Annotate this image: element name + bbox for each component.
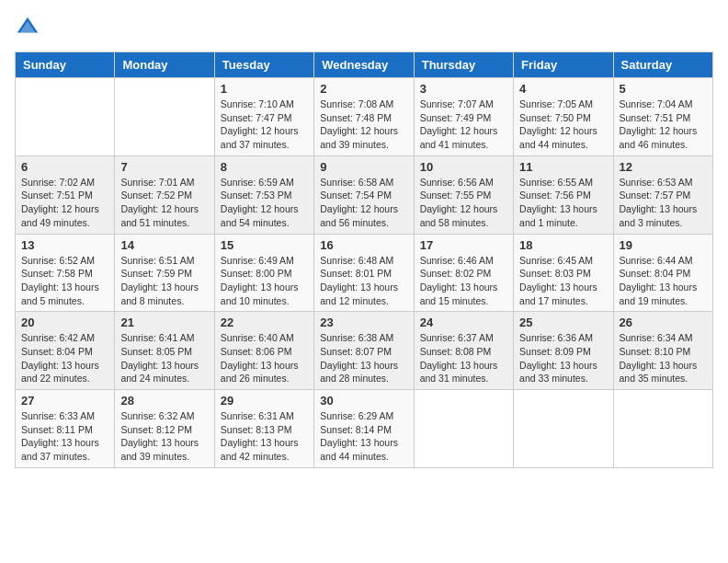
day-info: Sunrise: 6:55 AM Sunset: 7:56 PM Dayligh… (519, 176, 607, 230)
day-number: 11 (519, 160, 607, 174)
calendar-day-cell: 21Sunrise: 6:41 AM Sunset: 8:05 PM Dayli… (115, 312, 214, 390)
calendar-day-cell: 4Sunrise: 7:05 AM Sunset: 7:50 PM Daylig… (514, 78, 613, 156)
day-info: Sunrise: 6:46 AM Sunset: 8:02 PM Dayligh… (420, 254, 507, 308)
day-number: 7 (120, 160, 208, 174)
day-number: 29 (221, 394, 308, 408)
day-number: 4 (519, 82, 607, 96)
day-info: Sunrise: 6:59 AM Sunset: 7:53 PM Dayligh… (221, 176, 308, 230)
day-number: 3 (420, 82, 507, 96)
calendar-header-wednesday: Wednesday (314, 52, 414, 78)
calendar-day-cell: 15Sunrise: 6:49 AM Sunset: 8:00 PM Dayli… (214, 234, 313, 312)
day-number: 12 (620, 160, 707, 174)
calendar-header-tuesday: Tuesday (214, 52, 313, 78)
day-info: Sunrise: 7:07 AM Sunset: 7:49 PM Dayligh… (420, 98, 507, 152)
calendar-day-cell: 10Sunrise: 6:56 AM Sunset: 7:55 PM Dayli… (414, 155, 513, 234)
day-info: Sunrise: 6:32 AM Sunset: 8:12 PM Dayligh… (120, 409, 208, 464)
day-number: 10 (420, 160, 507, 174)
day-info: Sunrise: 6:29 AM Sunset: 8:14 PM Dayligh… (320, 409, 407, 464)
calendar-week-row: 6Sunrise: 7:02 AM Sunset: 7:51 PM Daylig… (16, 155, 713, 234)
day-info: Sunrise: 6:48 AM Sunset: 8:01 PM Dayligh… (320, 254, 407, 308)
day-info: Sunrise: 6:40 AM Sunset: 8:06 PM Dayligh… (221, 331, 308, 385)
calendar-day-cell: 18Sunrise: 6:45 AM Sunset: 8:03 PM Dayli… (514, 234, 613, 312)
day-number: 23 (320, 316, 407, 329)
calendar-header-monday: Monday (115, 52, 214, 78)
day-number: 22 (221, 316, 308, 329)
day-info: Sunrise: 6:58 AM Sunset: 7:54 PM Dayligh… (320, 176, 407, 230)
calendar-table: SundayMondayTuesdayWednesdayThursdayFrid… (15, 52, 713, 468)
day-number: 2 (320, 82, 407, 96)
calendar-day-cell: 7Sunrise: 7:01 AM Sunset: 7:52 PM Daylig… (115, 155, 214, 234)
calendar-header-saturday: Saturday (613, 52, 712, 78)
day-number: 28 (120, 394, 208, 408)
day-info: Sunrise: 7:01 AM Sunset: 7:52 PM Dayligh… (120, 176, 208, 230)
day-info: Sunrise: 7:04 AM Sunset: 7:51 PM Dayligh… (620, 98, 707, 152)
calendar-day-cell: 22Sunrise: 6:40 AM Sunset: 8:06 PM Dayli… (214, 312, 313, 390)
day-number: 20 (21, 316, 108, 329)
day-info: Sunrise: 6:45 AM Sunset: 8:03 PM Dayligh… (519, 254, 607, 308)
calendar-header-sunday: Sunday (16, 52, 115, 78)
day-info: Sunrise: 6:34 AM Sunset: 8:10 PM Dayligh… (620, 331, 707, 385)
calendar-day-cell: 25Sunrise: 6:36 AM Sunset: 8:09 PM Dayli… (514, 312, 613, 390)
calendar-day-cell: 24Sunrise: 6:37 AM Sunset: 8:08 PM Dayli… (414, 312, 513, 390)
calendar-header-friday: Friday (514, 52, 613, 78)
day-number: 14 (120, 238, 208, 252)
day-info: Sunrise: 6:44 AM Sunset: 8:04 PM Dayligh… (620, 254, 707, 308)
calendar-empty-cell (115, 78, 214, 156)
calendar-header-row: SundayMondayTuesdayWednesdayThursdayFrid… (16, 52, 713, 78)
calendar-day-cell: 3Sunrise: 7:07 AM Sunset: 7:49 PM Daylig… (414, 78, 513, 156)
day-number: 6 (21, 160, 108, 174)
calendar-day-cell: 9Sunrise: 6:58 AM Sunset: 7:54 PM Daylig… (314, 155, 414, 234)
day-number: 24 (420, 316, 507, 329)
calendar-day-cell: 11Sunrise: 6:55 AM Sunset: 7:56 PM Dayli… (514, 155, 613, 234)
day-number: 26 (620, 316, 707, 329)
day-info: Sunrise: 6:49 AM Sunset: 8:00 PM Dayligh… (221, 254, 308, 308)
calendar-week-row: 20Sunrise: 6:42 AM Sunset: 8:04 PM Dayli… (16, 312, 713, 390)
day-info: Sunrise: 6:53 AM Sunset: 7:57 PM Dayligh… (620, 176, 707, 230)
day-number: 27 (21, 394, 108, 408)
day-number: 30 (320, 394, 407, 408)
day-number: 5 (620, 82, 707, 96)
calendar-week-row: 13Sunrise: 6:52 AM Sunset: 7:58 PM Dayli… (16, 234, 713, 312)
logo-icon (15, 15, 40, 40)
calendar-week-row: 1Sunrise: 7:10 AM Sunset: 7:47 PM Daylig… (16, 78, 713, 156)
calendar-day-cell: 6Sunrise: 7:02 AM Sunset: 7:51 PM Daylig… (16, 155, 115, 234)
calendar-day-cell: 16Sunrise: 6:48 AM Sunset: 8:01 PM Dayli… (314, 234, 414, 312)
calendar-empty-cell (16, 78, 115, 156)
day-info: Sunrise: 6:33 AM Sunset: 8:11 PM Dayligh… (21, 409, 108, 464)
day-number: 15 (221, 238, 308, 252)
day-info: Sunrise: 6:41 AM Sunset: 8:05 PM Dayligh… (120, 331, 208, 385)
calendar-day-cell: 12Sunrise: 6:53 AM Sunset: 7:57 PM Dayli… (613, 155, 712, 234)
day-info: Sunrise: 6:38 AM Sunset: 8:07 PM Dayligh… (320, 331, 407, 385)
day-info: Sunrise: 6:37 AM Sunset: 8:08 PM Dayligh… (420, 331, 507, 385)
calendar-day-cell: 2Sunrise: 7:08 AM Sunset: 7:48 PM Daylig… (314, 78, 414, 156)
calendar-day-cell: 20Sunrise: 6:42 AM Sunset: 8:04 PM Dayli… (16, 312, 115, 390)
day-info: Sunrise: 6:42 AM Sunset: 8:04 PM Dayligh… (21, 331, 108, 385)
calendar-day-cell: 27Sunrise: 6:33 AM Sunset: 8:11 PM Dayli… (16, 390, 115, 468)
calendar-day-cell: 13Sunrise: 6:52 AM Sunset: 7:58 PM Dayli… (16, 234, 115, 312)
calendar-day-cell: 14Sunrise: 6:51 AM Sunset: 7:59 PM Dayli… (115, 234, 214, 312)
calendar-week-row: 27Sunrise: 6:33 AM Sunset: 8:11 PM Dayli… (16, 390, 713, 468)
calendar-day-cell: 30Sunrise: 6:29 AM Sunset: 8:14 PM Dayli… (314, 390, 414, 468)
day-info: Sunrise: 7:10 AM Sunset: 7:47 PM Dayligh… (221, 98, 308, 152)
calendar-day-cell: 29Sunrise: 6:31 AM Sunset: 8:13 PM Dayli… (214, 390, 313, 468)
day-number: 18 (519, 238, 607, 252)
day-number: 8 (221, 160, 308, 174)
calendar-day-cell: 17Sunrise: 6:46 AM Sunset: 8:02 PM Dayli… (414, 234, 513, 312)
day-number: 13 (21, 238, 108, 252)
calendar-day-cell: 26Sunrise: 6:34 AM Sunset: 8:10 PM Dayli… (613, 312, 712, 390)
day-number: 16 (320, 238, 407, 252)
calendar-empty-cell (414, 390, 513, 468)
day-info: Sunrise: 7:08 AM Sunset: 7:48 PM Dayligh… (320, 98, 407, 152)
calendar-empty-cell (613, 390, 712, 468)
day-info: Sunrise: 6:31 AM Sunset: 8:13 PM Dayligh… (221, 409, 308, 464)
calendar-day-cell: 19Sunrise: 6:44 AM Sunset: 8:04 PM Dayli… (613, 234, 712, 312)
day-info: Sunrise: 6:52 AM Sunset: 7:58 PM Dayligh… (21, 254, 108, 308)
calendar-day-cell: 23Sunrise: 6:38 AM Sunset: 8:07 PM Dayli… (314, 312, 414, 390)
day-number: 9 (320, 160, 407, 174)
day-info: Sunrise: 7:05 AM Sunset: 7:50 PM Dayligh… (519, 98, 607, 152)
day-number: 25 (519, 316, 607, 329)
day-number: 1 (221, 82, 308, 96)
day-number: 21 (120, 316, 208, 329)
calendar-day-cell: 5Sunrise: 7:04 AM Sunset: 7:51 PM Daylig… (613, 78, 712, 156)
calendar-header-thursday: Thursday (414, 52, 513, 78)
